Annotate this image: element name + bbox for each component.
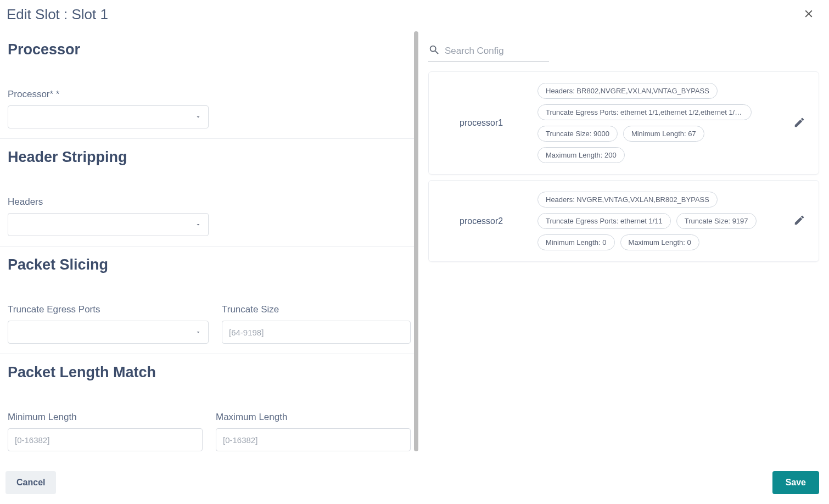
form-panel: Processor Processor* * Header Stripping bbox=[0, 31, 418, 462]
config-card-chips: Headers: NVGRE,VNTAG,VXLAN,BR802_BYPASS … bbox=[537, 192, 779, 250]
min-length-label: Minimum Length bbox=[8, 412, 203, 423]
truncate-size-input[interactable] bbox=[222, 321, 411, 344]
min-length-input[interactable] bbox=[8, 428, 203, 451]
chip: Headers: NVGRE,VNTAG,VXLAN,BR802_BYPASS bbox=[537, 192, 718, 208]
headers-select[interactable] bbox=[8, 213, 209, 236]
chip: Truncate Size: 9197 bbox=[676, 213, 757, 229]
save-button[interactable]: Save bbox=[772, 471, 819, 494]
pencil-icon bbox=[793, 220, 805, 228]
chip: Maximum Length: 200 bbox=[537, 147, 625, 163]
processor-field-label: Processor* * bbox=[8, 89, 411, 100]
section-title-header-stripping: Header Stripping bbox=[8, 149, 411, 166]
modal-footer: Cancel Save bbox=[0, 461, 829, 504]
section-title-packet-length-match: Packet Length Match bbox=[8, 364, 411, 381]
chip: Headers: BR802,NVGRE,VXLAN,VNTAG_BYPASS bbox=[537, 83, 718, 99]
config-card-chips: Headers: BR802,NVGRE,VXLAN,VNTAG_BYPASS … bbox=[537, 83, 779, 163]
section-packet-length-match: Packet Length Match bbox=[0, 354, 418, 412]
chip: Truncate Egress Ports: ethernet 1/11 bbox=[537, 213, 671, 229]
chevron-down-icon bbox=[195, 220, 201, 229]
main-content: Processor Processor* * Header Stripping bbox=[0, 31, 829, 462]
edit-button[interactable] bbox=[790, 211, 809, 231]
scrollbar[interactable] bbox=[414, 31, 418, 451]
max-length-label: Maximum Length bbox=[216, 412, 411, 423]
chip: Truncate Size: 9000 bbox=[537, 126, 618, 142]
truncate-size-label: Truncate Size bbox=[222, 304, 411, 315]
section-packet-slicing: Packet Slicing bbox=[0, 247, 418, 304]
modal-header: Edit Slot : Slot 1 bbox=[0, 0, 829, 31]
processor-select[interactable] bbox=[8, 105, 209, 128]
truncate-ports-select[interactable] bbox=[8, 321, 209, 344]
modal-title: Edit Slot : Slot 1 bbox=[7, 6, 108, 23]
section-processor: Processor bbox=[0, 31, 418, 89]
chevron-down-icon bbox=[195, 328, 201, 337]
chip: Truncate Egress Ports: ethernet 1/1,ethe… bbox=[537, 104, 752, 120]
truncate-ports-label: Truncate Egress Ports bbox=[8, 304, 209, 315]
close-button[interactable] bbox=[799, 4, 818, 25]
chip: Minimum Length: 0 bbox=[537, 234, 615, 250]
chip: Maximum Length: 0 bbox=[620, 234, 699, 250]
headers-field-label: Headers bbox=[8, 197, 411, 208]
search-icon bbox=[428, 44, 445, 58]
search-input[interactable] bbox=[445, 41, 561, 61]
config-list-panel: processor1 Headers: BR802,NVGRE,VXLAN,VN… bbox=[418, 31, 829, 462]
section-title-packet-slicing: Packet Slicing bbox=[8, 256, 411, 273]
config-card-name: processor1 bbox=[439, 118, 526, 128]
search-wrap bbox=[428, 41, 549, 61]
pencil-icon bbox=[793, 122, 805, 130]
config-card-name: processor2 bbox=[439, 216, 526, 226]
max-length-input[interactable] bbox=[216, 428, 411, 451]
config-card: processor1 Headers: BR802,NVGRE,VXLAN,VN… bbox=[428, 71, 819, 175]
section-title-processor: Processor bbox=[8, 41, 411, 58]
config-card: processor2 Headers: NVGRE,VNTAG,VXLAN,BR… bbox=[428, 180, 819, 262]
section-header-stripping: Header Stripping bbox=[0, 139, 418, 197]
edit-button[interactable] bbox=[790, 113, 809, 133]
close-icon bbox=[803, 8, 815, 21]
chip: Minimum Length: 67 bbox=[623, 126, 704, 142]
chevron-down-icon bbox=[195, 113, 201, 122]
cancel-button[interactable]: Cancel bbox=[5, 471, 56, 494]
